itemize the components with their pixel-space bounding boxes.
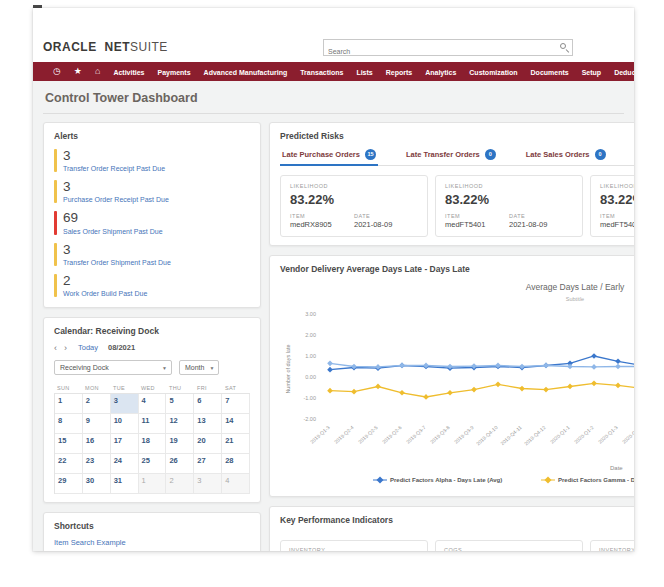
nav-item[interactable]: Activities — [113, 69, 144, 76]
svg-text:Average Days Late / Early: Average Days Late / Early — [526, 282, 625, 292]
risk-tab[interactable]: Late Transfer Orders 0 — [404, 149, 498, 165]
calendar-day-cell[interactable]: 31 — [111, 474, 139, 494]
recents-icon[interactable]: ◷ — [53, 62, 61, 81]
shortcut-link[interactable]: Enter Sales Order — [54, 549, 250, 551]
calendar-day-cell[interactable]: 14 — [222, 414, 250, 434]
svg-text:2.00: 2.00 — [305, 332, 316, 338]
nav-item[interactable]: Reports — [386, 69, 412, 76]
calendar-day-cell[interactable]: 28 — [222, 454, 250, 474]
svg-text:Number of days late: Number of days late — [285, 344, 291, 393]
calendar-day-cell[interactable]: 23 — [83, 454, 111, 474]
calendar-day-cell[interactable]: 26 — [166, 454, 194, 474]
svg-text:2020-Q1-3: 2020-Q1-3 — [597, 424, 619, 445]
item-label: ITEM — [290, 213, 354, 219]
alert-link[interactable]: Work Order Build Past Due — [63, 290, 147, 297]
nav-item[interactable]: Payments — [158, 69, 191, 76]
calendar-day-cell[interactable]: 27 — [194, 454, 222, 474]
shortcut-link[interactable]: Item Search Example — [54, 536, 250, 550]
kpi-card-label: INVENTORY — [289, 547, 419, 551]
nav-item[interactable]: Analytics — [425, 69, 456, 76]
calendar-day-cell[interactable]: 17 — [111, 434, 139, 454]
calendar-day-cell[interactable]: 10 — [111, 414, 139, 434]
calendar-day-cell[interactable]: 29 — [55, 474, 83, 494]
search-input[interactable] — [324, 44, 552, 59]
calendar-day-cell[interactable]: 18 — [139, 434, 167, 454]
calendar-day-cell[interactable]: 12 — [166, 414, 194, 434]
calendar-day-cell[interactable]: 3 — [111, 394, 139, 414]
calendar-day-cell[interactable]: 2 — [83, 394, 111, 414]
svg-text:-1.00: -1.00 — [303, 395, 316, 401]
calendar-today-link[interactable]: Today — [78, 343, 98, 352]
alert-link[interactable]: Transfer Order Shipment Past Due — [63, 259, 171, 266]
nav-item[interactable]: Setup — [582, 69, 601, 76]
logo-suite: SUITE — [130, 40, 168, 54]
nav-item[interactable]: Customization — [469, 69, 517, 76]
calendar-day-cell[interactable]: 4 — [139, 394, 167, 414]
risk-tab[interactable]: Late Sales Orders 0 — [524, 149, 608, 165]
item-label: ITEM — [600, 213, 634, 219]
shortcuts-panel: Shortcuts Item Search ExampleEnter Sales… — [43, 512, 261, 551]
main-nav: ◷ ★ ⌂ ActivitiesPaymentsAdvanced Manufac… — [33, 62, 634, 81]
calendar-day-cell[interactable]: 19 — [166, 434, 194, 454]
svg-text:2019-Q2-4: 2019-Q2-4 — [333, 424, 355, 445]
risk-card[interactable]: LIKELIHOOD 83.22% ITEM medFT5401 DATE — [590, 175, 634, 237]
kpi-card[interactable]: COGS — [435, 540, 583, 551]
calendar-day-cell[interactable]: 1 — [139, 474, 167, 494]
nav-item[interactable]: Documents — [531, 69, 569, 76]
alert-link[interactable]: Sales Order Shipment Past Due — [63, 228, 163, 235]
calendar-next-button[interactable]: › — [64, 343, 67, 353]
calendar-day-cell[interactable]: 13 — [194, 414, 222, 434]
global-search[interactable] — [323, 39, 573, 56]
calendar-day-cell[interactable]: 6 — [194, 394, 222, 414]
kpi-card[interactable]: INVENTORY TURNS — [590, 540, 634, 551]
calendar-day-cell[interactable]: 30 — [83, 474, 111, 494]
nav-item[interactable]: Deduction Management — [614, 69, 634, 76]
calendar-month-value[interactable]: 08/2021 — [108, 343, 135, 352]
calendar-day-cell[interactable]: 9 — [83, 414, 111, 434]
likelihood-value: 83.22% — [600, 192, 634, 207]
risk-card[interactable]: LIKELIHOOD 83.22% ITEM medRX8905 DATE — [280, 175, 428, 237]
home-icon[interactable]: ⌂ — [95, 62, 100, 81]
calendar-day-cell[interactable]: 20 — [194, 434, 222, 454]
calendar-day-cell[interactable]: 1 — [55, 394, 83, 414]
netsuite-window: ORACLE NETSUITE ◷ ★ ⌂ ActivitiesPayments… — [33, 8, 634, 551]
calendar-day-cell[interactable]: 15 — [55, 434, 83, 454]
calendar-day-cell[interactable]: 5 — [166, 394, 194, 414]
alert-link[interactable]: Transfer Order Receipt Past Due — [63, 165, 165, 172]
calendar-day-cell[interactable]: 8 — [55, 414, 83, 434]
risk-tab[interactable]: Late Purchase Orders 15 — [280, 149, 378, 165]
calendar-view-select[interactable]: Receiving Dock ▼ — [54, 360, 172, 375]
risk-card[interactable]: LIKELIHOOD 83.22% ITEM medFT5401 DATE — [435, 175, 583, 237]
calendar-day-cell[interactable]: 21 — [222, 434, 250, 454]
nav-item[interactable]: Lists — [356, 69, 372, 76]
star-icon[interactable]: ★ — [74, 62, 82, 81]
svg-text:Predict Factors Alpha - Days L: Predict Factors Alpha - Days Late (Avg) — [390, 477, 502, 483]
alert-count: 3 — [63, 180, 169, 194]
risk-tab-label: Late Purchase Orders — [282, 150, 360, 159]
kpi-card[interactable]: INVENTORY — [280, 540, 428, 551]
risk-tab-label: Late Sales Orders — [526, 150, 590, 159]
calendar-day-cell[interactable]: 11 — [139, 414, 167, 434]
svg-text:2020-Q1-1: 2020-Q1-1 — [549, 424, 571, 445]
calendar-day-header: THU — [166, 383, 194, 393]
calendar-day-cell[interactable]: 22 — [55, 454, 83, 474]
calendar-day-cell[interactable]: 2 — [166, 474, 194, 494]
alert-link[interactable]: Purchase Order Receipt Past Due — [63, 196, 169, 203]
calendar-day-cell[interactable]: 3 — [194, 474, 222, 494]
search-icon[interactable] — [560, 43, 569, 52]
alert-row: 3 Transfer Order Receipt Past Due — [54, 149, 250, 172]
calendar-period-select[interactable]: Month ▼ — [179, 360, 219, 375]
vendor-chart-svg: Average Days Late / EarlySubtitle3.002.0… — [280, 274, 634, 492]
calendar-day-cell[interactable]: 7 — [222, 394, 250, 414]
risk-tab-badge: 0 — [595, 149, 606, 160]
kpi-card-label: INVENTORY TURNS — [599, 547, 634, 551]
left-column: Alerts 3 Transfer Order Receipt Past Due — [43, 122, 261, 551]
chevron-down-icon: ▼ — [162, 365, 167, 371]
calendar-day-cell[interactable]: 16 — [83, 434, 111, 454]
nav-item[interactable]: Transactions — [300, 69, 343, 76]
calendar-prev-button[interactable]: ‹ — [54, 343, 57, 353]
calendar-day-cell[interactable]: 24 — [111, 454, 139, 474]
calendar-day-cell[interactable]: 25 — [139, 454, 167, 474]
calendar-day-cell[interactable]: 4 — [222, 474, 250, 494]
nav-item[interactable]: Advanced Manufacturing — [204, 69, 288, 76]
